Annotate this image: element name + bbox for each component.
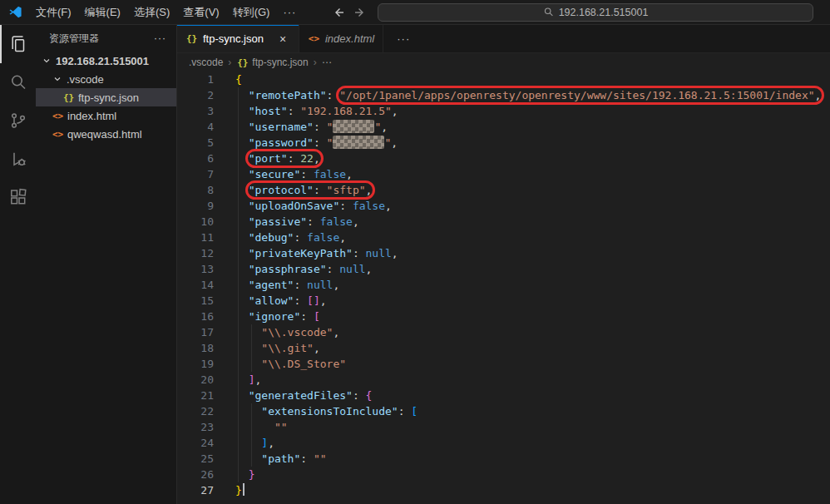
back-button[interactable] bbox=[328, 3, 349, 22]
breadcrumb-separator: › bbox=[228, 57, 231, 68]
tab-label: index.html bbox=[325, 32, 374, 45]
code-line[interactable]: 25 "path": "" bbox=[177, 451, 830, 467]
chevron-down-icon bbox=[41, 56, 52, 66]
code-line[interactable]: 7 "secure": false, bbox=[177, 166, 830, 182]
code-line[interactable]: 2 "remotePath": "/opt/1panel/apps/openre… bbox=[177, 87, 830, 103]
code-line-content: "username": "", bbox=[214, 119, 388, 135]
code-line-content: "path": "" bbox=[214, 451, 327, 467]
vscode-logo-icon bbox=[8, 5, 22, 19]
code-editor[interactable]: 1{2 "remotePath": "/opt/1panel/apps/open… bbox=[177, 72, 830, 504]
forward-button[interactable] bbox=[349, 3, 371, 22]
code-line[interactable]: 27} bbox=[177, 482, 830, 498]
line-number: 27 bbox=[177, 482, 214, 498]
line-number: 16 bbox=[177, 309, 214, 324]
activitybar-explorer[interactable] bbox=[0, 25, 36, 63]
tab-index.html[interactable]: <>index.html bbox=[299, 25, 383, 52]
activitybar-extensions[interactable] bbox=[0, 178, 36, 216]
line-number: 25 bbox=[177, 451, 214, 467]
file-label: .vscode bbox=[67, 73, 104, 86]
code-line[interactable]: 16 "ignore": [ bbox=[177, 309, 830, 324]
line-number: 20 bbox=[177, 372, 214, 388]
line-number: 2 bbox=[177, 87, 214, 103]
code-line[interactable]: 11 "debug": false, bbox=[177, 230, 830, 245]
run-debug-icon bbox=[8, 149, 28, 169]
breadcrumb-item[interactable]: .vscode bbox=[189, 57, 223, 68]
line-number: 13 bbox=[177, 261, 214, 277]
sidebar-item-192-168-21-515001[interactable]: 192.168.21.515001 bbox=[36, 52, 176, 70]
annotation-box: "/opt/1panel/apps/openresty/openresty/ww… bbox=[339, 89, 821, 101]
explorer-header: 资源管理器 ··· bbox=[36, 25, 176, 52]
code-line[interactable]: 26 } bbox=[177, 467, 830, 482]
sidebar-explorer: 资源管理器 ··· 192.168.21.515001.vscode{}ftp-… bbox=[36, 25, 177, 504]
file-label: 192.168.21.515001 bbox=[56, 55, 149, 67]
explorer-more-actions[interactable]: ··· bbox=[154, 32, 166, 44]
menubar-item[interactable]: 查看(V) bbox=[176, 3, 225, 22]
editor-group: {}ftp-sync.json×<>index.html ··· .vscode… bbox=[177, 25, 830, 504]
code-line[interactable]: 9 "uploadOnSave": false, bbox=[177, 198, 830, 214]
sidebar-item-qweqwasd-html[interactable]: <>qweqwasd.html bbox=[36, 125, 176, 143]
code-line-content: "allow": [], bbox=[214, 293, 327, 309]
code-line[interactable]: 13 "passphrase": null, bbox=[177, 261, 830, 277]
editor-more-actions[interactable]: ··· bbox=[383, 25, 423, 52]
code-line-content: } bbox=[214, 482, 245, 498]
code-line-content: "extensionsToInclude": [ bbox=[214, 403, 417, 419]
sidebar-item-ftp-sync-json[interactable]: {}ftp-sync.json bbox=[36, 88, 176, 106]
menu-overflow-button[interactable]: ··· bbox=[276, 3, 303, 22]
code-line[interactable]: 22 "extensionsToInclude": [ bbox=[177, 403, 830, 419]
search-icon bbox=[8, 72, 28, 92]
code-line[interactable]: 3 "host": "192.168.21.5", bbox=[177, 103, 830, 119]
activity-bar bbox=[0, 25, 36, 504]
tab-ftp-sync.json[interactable]: {}ftp-sync.json× bbox=[177, 25, 299, 52]
line-number: 22 bbox=[177, 403, 214, 419]
search-icon bbox=[543, 7, 554, 17]
activitybar-run-debug[interactable] bbox=[0, 140, 36, 178]
breadcrumb-item[interactable]: ⋯ bbox=[322, 57, 332, 68]
redaction-blur bbox=[333, 120, 374, 133]
menubar-item[interactable]: 文件(F) bbox=[29, 3, 78, 22]
line-number: 19 bbox=[177, 356, 214, 372]
code-line[interactable]: 19 "\\.DS_Store" bbox=[177, 356, 830, 372]
annotation-box: "port": 22, bbox=[249, 152, 320, 165]
code-line[interactable]: 21 "generatedFiles": { bbox=[177, 388, 830, 403]
breadcrumb-separator: › bbox=[314, 57, 317, 68]
code-line[interactable]: 1{ bbox=[177, 72, 830, 87]
sidebar-item--vscode[interactable]: .vscode bbox=[36, 70, 176, 88]
code-line[interactable]: 17 "\\.vscode", bbox=[177, 324, 830, 340]
html-file-icon: <> bbox=[52, 111, 64, 121]
html-file-icon: <> bbox=[52, 129, 64, 140]
code-line[interactable]: 24 ], bbox=[177, 435, 830, 451]
code-line[interactable]: 10 "passive": false, bbox=[177, 214, 830, 230]
menubar-item[interactable]: 转到(G) bbox=[226, 3, 277, 22]
menubar-item[interactable]: 编辑(E) bbox=[78, 3, 127, 22]
breadcrumb-item[interactable]: {}ftp-sync.json bbox=[236, 57, 308, 68]
code-line-content: "passive": false, bbox=[214, 214, 359, 230]
line-number: 7 bbox=[177, 166, 214, 182]
code-line[interactable]: 23 "" bbox=[177, 419, 830, 435]
code-line[interactable]: 18 "\\.git", bbox=[177, 340, 830, 356]
extensions-icon bbox=[8, 187, 28, 207]
code-line-content: { bbox=[214, 72, 242, 87]
search-box[interactable]: 192.168.21.515001 bbox=[378, 3, 813, 22]
activitybar-search[interactable] bbox=[0, 63, 36, 101]
code-line[interactable]: 20 ], bbox=[177, 372, 830, 388]
code-line[interactable]: 5 "password": "", bbox=[177, 135, 830, 151]
title-bar: 文件(F)编辑(E)选择(S)查看(V)转到(G) ··· 192.168.21… bbox=[0, 0, 830, 25]
code-line[interactable]: 15 "allow": [], bbox=[177, 293, 830, 309]
line-number: 26 bbox=[177, 467, 214, 482]
code-line[interactable]: 12 "privateKeyPath": null, bbox=[177, 245, 830, 261]
code-line-content: "ignore": [ bbox=[214, 309, 320, 324]
line-number: 8 bbox=[177, 182, 214, 198]
code-line[interactable]: 4 "username": "", bbox=[177, 119, 830, 135]
indent-guide bbox=[238, 87, 239, 482]
code-line[interactable]: 14 "agent": null, bbox=[177, 277, 830, 293]
activitybar-source-control[interactable] bbox=[0, 101, 36, 140]
menubar-item[interactable]: 选择(S) bbox=[127, 3, 176, 22]
sidebar-item-index-html[interactable]: <>index.html bbox=[36, 106, 176, 125]
code-line[interactable]: 6 "port": 22, bbox=[177, 151, 830, 166]
line-number: 15 bbox=[177, 293, 214, 309]
line-number: 17 bbox=[177, 324, 214, 340]
code-line-content: "password": "", bbox=[214, 135, 398, 151]
code-line[interactable]: 8 "protocol": "sftp", bbox=[177, 182, 830, 198]
tab-close-button[interactable]: × bbox=[275, 32, 290, 46]
file-label: index.html bbox=[67, 110, 116, 122]
